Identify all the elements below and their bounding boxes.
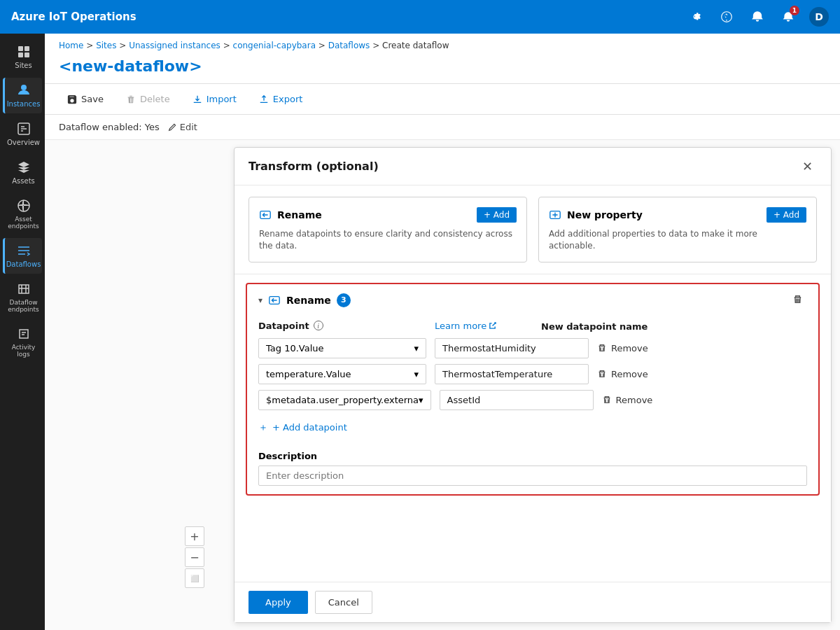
sidebar-label-assets: Assets <box>12 177 35 185</box>
bottom-bar: Apply Cancel <box>234 582 831 622</box>
section-title: Rename <box>286 295 331 306</box>
sidebar-label-instances: Instances <box>7 100 41 108</box>
delete-label: Delete <box>140 94 170 104</box>
breadcrumb-dataflows[interactable]: Dataflows <box>328 41 370 50</box>
dataflow-edit-button[interactable]: Edit <box>168 122 197 132</box>
datapoint-info-icon: i <box>314 321 323 330</box>
sidebar-item-dataflow-endpoints[interactable]: Dataflow endpoints <box>3 276 42 318</box>
breadcrumb-create: Create dataflow <box>382 41 449 50</box>
breadcrumb-instance[interactable]: congenial-capybara <box>233 41 316 50</box>
bell-notification-icon[interactable]: 1 <box>778 7 798 27</box>
new-name-field-3[interactable]: AssetId <box>440 390 594 410</box>
export-label: Export <box>273 94 303 104</box>
datapoint-select-col-1: Tag 10.Value ▾ <box>258 338 426 358</box>
apply-button[interactable]: Apply <box>248 591 308 614</box>
import-label: Import <box>206 94 237 104</box>
dataflow-enabled-text: Dataflow enabled: Yes <box>59 122 160 132</box>
zoom-in-button[interactable]: + <box>185 526 204 546</box>
chevron-down-icon-2: ▾ <box>414 369 419 379</box>
cancel-button[interactable]: Cancel <box>315 591 372 614</box>
sidebar-item-asset-endpoints[interactable]: Asset endpoints <box>3 193 42 235</box>
delete-button[interactable]: Delete <box>118 90 178 108</box>
save-button[interactable]: Save <box>59 90 112 108</box>
remove-btn-2[interactable]: Remove <box>597 369 648 379</box>
chevron-down-icon-1: ▾ <box>414 343 419 354</box>
sidebar-item-sites[interactable]: Sites <box>3 39 42 75</box>
datapoint-select-3-value: $metadata.user_property.externa <box>266 395 419 405</box>
sidebar: Sites Instances Overview Assets Asset en… <box>0 34 45 630</box>
rename-desc: Rename datapoints to ensure clarity and … <box>259 228 517 252</box>
zoom-controls: + − ⬜ <box>185 526 204 588</box>
sidebar-label-overview: Overview <box>7 139 40 146</box>
rename-section-delete-button[interactable] <box>788 293 807 308</box>
save-label: Save <box>81 94 104 104</box>
new-property-card: New property + Add Add additional proper… <box>538 197 817 262</box>
svg-point-4 <box>21 85 27 90</box>
breadcrumb-unassigned[interactable]: Unassigned instances <box>129 41 220 50</box>
new-property-add-button[interactable]: + Add <box>766 207 806 223</box>
rename-collapse-button[interactable]: ▾ <box>258 295 262 305</box>
plus-icon: ＋ <box>258 421 268 434</box>
notification-icon[interactable] <box>748 7 767 27</box>
user-avatar[interactable]: D <box>809 7 829 27</box>
sidebar-item-activity-logs[interactable]: Activity logs <box>3 321 42 363</box>
sidebar-item-dataflows[interactable]: Dataflows <box>3 238 42 274</box>
svg-rect-3 <box>24 52 29 57</box>
app-title: Azure IoT Operations <box>11 10 678 23</box>
sidebar-label-dataflows: Dataflows <box>6 260 41 268</box>
export-button[interactable]: Export <box>251 90 312 108</box>
remove-btn-1[interactable]: Remove <box>597 343 648 354</box>
breadcrumb-home[interactable]: Home <box>59 41 83 50</box>
sidebar-item-assets[interactable]: Assets <box>3 155 42 190</box>
datapoint-select-2[interactable]: temperature.Value ▾ <box>258 364 426 384</box>
help-icon[interactable] <box>717 7 736 27</box>
datapoint-row-3: $metadata.user_property.externa ▾ AssetI… <box>258 390 807 410</box>
datapoint-select-1-value: Tag 10.Value <box>266 343 324 354</box>
datapoint-select-3[interactable]: $metadata.user_property.externa ▾ <box>258 390 431 410</box>
new-name-field-1[interactable]: ThermostatHumidity <box>435 338 589 358</box>
nav-icons: 1 D <box>686 7 829 27</box>
rename-section-wrapper: ▾ Rename 3 Datapoi <box>234 274 831 582</box>
transform-options: Rename + Add Rename datapoints to ensure… <box>234 186 831 274</box>
sidebar-label-asset-endpoints: Asset endpoints <box>8 216 39 230</box>
sidebar-label-dataflow-endpoints: Dataflow endpoints <box>8 299 39 313</box>
zoom-out-button[interactable]: − <box>185 547 204 567</box>
datapoint-row-1: Tag 10.Value ▾ ThermostatHumidity <box>258 338 807 358</box>
import-button[interactable]: Import <box>184 90 245 108</box>
page-title: <new-dataflow> <box>45 55 840 83</box>
chevron-down-icon-3: ▾ <box>419 395 424 405</box>
add-datapoint-button[interactable]: ＋ + Add datapoint <box>258 416 347 440</box>
top-navigation: Azure IoT Operations 1 D <box>0 0 840 34</box>
panel-title: Transform (optional) <box>248 160 379 173</box>
learn-more-link[interactable]: Learn more <box>435 321 533 331</box>
toolbar: Save Delete Import Export <box>45 83 840 115</box>
breadcrumb-sites[interactable]: Sites <box>96 41 116 50</box>
datapoint-select-2-value: temperature.Value <box>266 369 351 379</box>
panel-header: Transform (optional) ✕ <box>234 148 831 186</box>
dataflow-bar: Dataflow enabled: Yes Edit <box>45 115 840 140</box>
zoom-fit-button[interactable]: ⬜ <box>185 568 204 588</box>
datapoint-select-col-2: temperature.Value ▾ <box>258 364 426 384</box>
rename-card-header: Rename + Add <box>259 207 517 223</box>
rename-card-title: Rename <box>259 209 322 221</box>
rename-card: Rename + Add Rename datapoints to ensure… <box>248 197 527 262</box>
panel-close-button[interactable]: ✕ <box>798 158 817 175</box>
description-label: Description <box>258 451 807 461</box>
new-property-card-header: New property + Add <box>549 207 806 223</box>
breadcrumb: Home > Sites > Unassigned instances > co… <box>45 34 840 55</box>
new-name-col-3: AssetId <box>440 390 594 410</box>
settings-icon[interactable] <box>686 7 706 27</box>
remove-btn-3[interactable]: Remove <box>602 395 653 405</box>
description-section: Description <box>258 451 807 486</box>
description-input[interactable] <box>258 465 807 486</box>
datapoint-select-1[interactable]: Tag 10.Value ▾ <box>258 338 426 358</box>
new-property-card-title: New property <box>549 209 643 221</box>
rename-add-button[interactable]: + Add <box>477 207 517 223</box>
sidebar-item-instances[interactable]: Instances <box>3 78 42 113</box>
transform-panel: Transform (optional) ✕ Rename + A <box>234 147 832 623</box>
new-name-col-1: ThermostatHumidity <box>435 338 589 358</box>
sidebar-item-overview[interactable]: Overview <box>3 116 42 152</box>
sidebar-label-activity-logs: Activity logs <box>8 344 39 358</box>
new-name-field-2[interactable]: ThermostatTemperature <box>435 364 589 384</box>
canvas-area: Transform (optional) ✕ Rename + A <box>45 140 840 630</box>
